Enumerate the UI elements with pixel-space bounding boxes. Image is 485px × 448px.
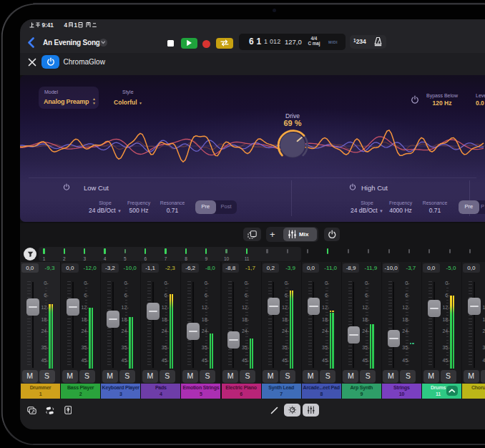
svg-text:1: 1 <box>74 22 78 29</box>
svg-text:9:41: 9:41 <box>42 22 54 29</box>
svg-text:4: 4 <box>64 22 68 29</box>
